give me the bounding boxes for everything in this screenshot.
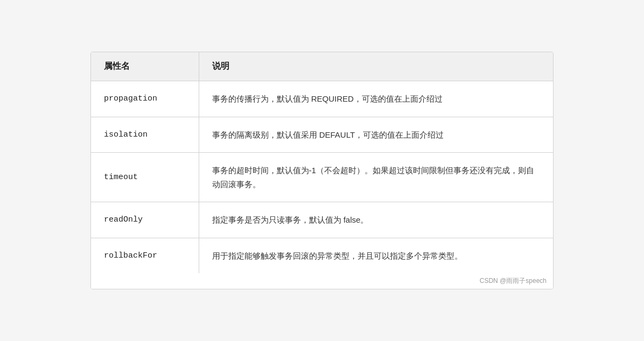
table-row: rollbackFor用于指定能够触发事务回滚的异常类型，并且可以指定多个异常类… xyxy=(91,238,553,273)
property-description: 事务的隔离级别，默认值采用 DEFAULT，可选的值在上面介绍过 xyxy=(199,117,553,153)
property-name: propagation xyxy=(91,81,199,117)
header-col-name: 属性名 xyxy=(91,52,199,81)
table-row: readOnly指定事务是否为只读事务，默认值为 false。 xyxy=(91,202,553,238)
table-header-row: 属性名 说明 xyxy=(91,52,553,81)
watermark: CSDN @雨雨子speech xyxy=(91,273,553,289)
property-name: rollbackFor xyxy=(91,238,199,273)
table-row: timeout事务的超时时间，默认值为-1（不会超时）。如果超过该时间限制但事务… xyxy=(91,153,553,202)
property-name: isolation xyxy=(91,117,199,153)
property-description: 事务的超时时间，默认值为-1（不会超时）。如果超过该时间限制但事务还没有完成，则… xyxy=(199,153,553,202)
property-description: 事务的传播行为，默认值为 REQUIRED，可选的值在上面介绍过 xyxy=(199,81,553,117)
table-row: propagation事务的传播行为，默认值为 REQUIRED，可选的值在上面… xyxy=(91,81,553,117)
property-description: 用于指定能够触发事务回滚的异常类型，并且可以指定多个异常类型。 xyxy=(199,238,553,273)
properties-table: 属性名 说明 propagation事务的传播行为，默认值为 REQUIRED，… xyxy=(91,52,553,273)
main-table-container: 属性名 说明 propagation事务的传播行为，默认值为 REQUIRED，… xyxy=(90,52,554,289)
header-col-description: 说明 xyxy=(199,52,553,81)
table-row: isolation事务的隔离级别，默认值采用 DEFAULT，可选的值在上面介绍… xyxy=(91,117,553,153)
property-name: readOnly xyxy=(91,202,199,238)
property-description: 指定事务是否为只读事务，默认值为 false。 xyxy=(199,202,553,238)
property-name: timeout xyxy=(91,153,199,202)
